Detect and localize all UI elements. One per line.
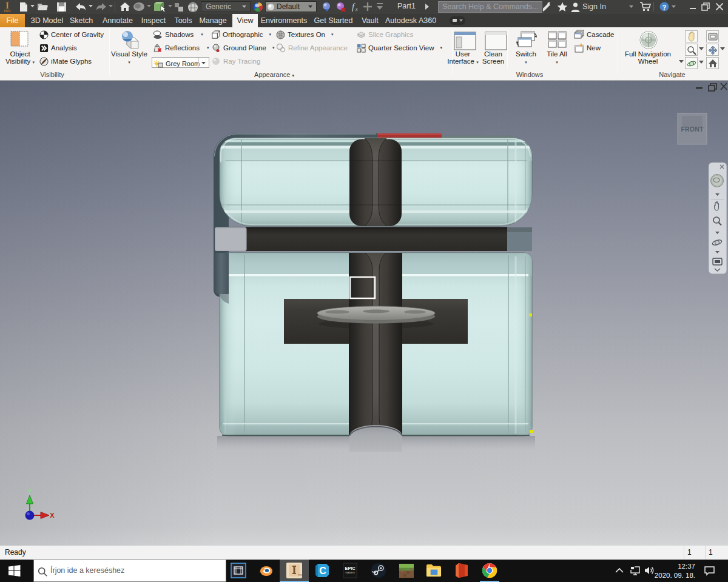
svg-text:Y: Y xyxy=(28,489,32,495)
svg-text:PRO: PRO xyxy=(4,9,11,13)
svg-text:PRO: PRO xyxy=(298,574,302,577)
svg-text:X: X xyxy=(50,512,55,519)
svg-text:EPIC: EPIC xyxy=(345,566,356,571)
svg-text:x: x xyxy=(355,7,358,12)
svg-text:FRONT: FRONT xyxy=(681,125,704,133)
svg-text:?: ? xyxy=(662,4,667,11)
svg-text:GAMES: GAMES xyxy=(345,571,355,574)
svg-text:C: C xyxy=(319,566,326,576)
